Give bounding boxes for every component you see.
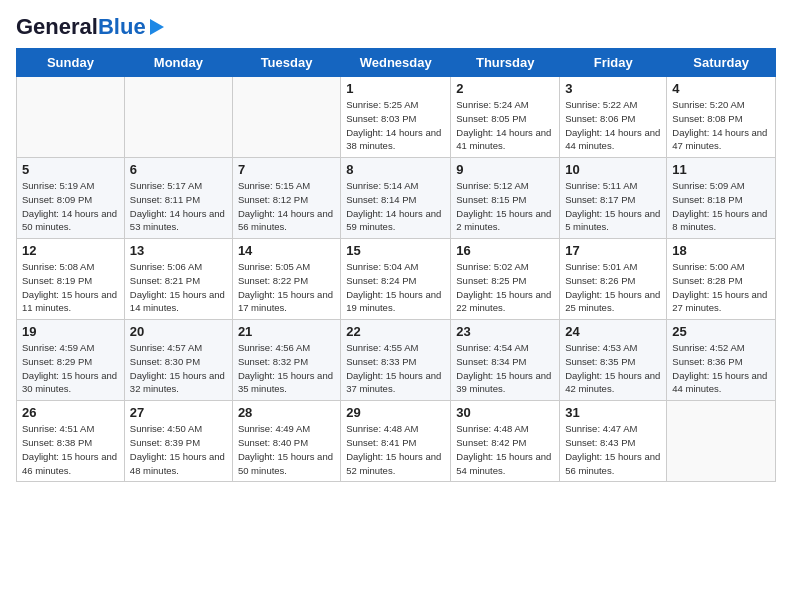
day-info: Sunrise: 5:20 AMSunset: 8:08 PMDaylight:… bbox=[672, 98, 770, 153]
calendar-cell: 16Sunrise: 5:02 AMSunset: 8:25 PMDayligh… bbox=[451, 239, 560, 320]
day-number: 3 bbox=[565, 81, 661, 96]
calendar-cell bbox=[667, 401, 776, 482]
day-info: Sunrise: 4:49 AMSunset: 8:40 PMDaylight:… bbox=[238, 422, 335, 477]
day-number: 23 bbox=[456, 324, 554, 339]
weekday-header-friday: Friday bbox=[560, 49, 667, 77]
day-number: 25 bbox=[672, 324, 770, 339]
day-number: 7 bbox=[238, 162, 335, 177]
day-info: Sunrise: 5:02 AMSunset: 8:25 PMDaylight:… bbox=[456, 260, 554, 315]
day-info: Sunrise: 4:50 AMSunset: 8:39 PMDaylight:… bbox=[130, 422, 227, 477]
day-number: 28 bbox=[238, 405, 335, 420]
day-info: Sunrise: 4:57 AMSunset: 8:30 PMDaylight:… bbox=[130, 341, 227, 396]
day-number: 19 bbox=[22, 324, 119, 339]
calendar-cell: 6Sunrise: 5:17 AMSunset: 8:11 PMDaylight… bbox=[124, 158, 232, 239]
day-number: 11 bbox=[672, 162, 770, 177]
day-number: 30 bbox=[456, 405, 554, 420]
day-info: Sunrise: 5:15 AMSunset: 8:12 PMDaylight:… bbox=[238, 179, 335, 234]
calendar-cell: 4Sunrise: 5:20 AMSunset: 8:08 PMDaylight… bbox=[667, 77, 776, 158]
day-info: Sunrise: 4:56 AMSunset: 8:32 PMDaylight:… bbox=[238, 341, 335, 396]
day-info: Sunrise: 4:47 AMSunset: 8:43 PMDaylight:… bbox=[565, 422, 661, 477]
calendar-cell: 28Sunrise: 4:49 AMSunset: 8:40 PMDayligh… bbox=[232, 401, 340, 482]
calendar-cell: 22Sunrise: 4:55 AMSunset: 8:33 PMDayligh… bbox=[341, 320, 451, 401]
day-number: 29 bbox=[346, 405, 445, 420]
day-info: Sunrise: 4:48 AMSunset: 8:42 PMDaylight:… bbox=[456, 422, 554, 477]
day-info: Sunrise: 4:59 AMSunset: 8:29 PMDaylight:… bbox=[22, 341, 119, 396]
calendar-cell: 10Sunrise: 5:11 AMSunset: 8:17 PMDayligh… bbox=[560, 158, 667, 239]
weekday-header-row: SundayMondayTuesdayWednesdayThursdayFrid… bbox=[17, 49, 776, 77]
day-number: 14 bbox=[238, 243, 335, 258]
day-number: 4 bbox=[672, 81, 770, 96]
day-number: 22 bbox=[346, 324, 445, 339]
calendar-cell: 31Sunrise: 4:47 AMSunset: 8:43 PMDayligh… bbox=[560, 401, 667, 482]
day-info: Sunrise: 4:52 AMSunset: 8:36 PMDaylight:… bbox=[672, 341, 770, 396]
logo-general: General bbox=[16, 14, 98, 39]
calendar-cell bbox=[232, 77, 340, 158]
weekday-header-tuesday: Tuesday bbox=[232, 49, 340, 77]
logo-arrow-icon bbox=[150, 19, 164, 35]
day-number: 15 bbox=[346, 243, 445, 258]
calendar-week-3: 12Sunrise: 5:08 AMSunset: 8:19 PMDayligh… bbox=[17, 239, 776, 320]
day-info: Sunrise: 5:17 AMSunset: 8:11 PMDaylight:… bbox=[130, 179, 227, 234]
calendar-week-5: 26Sunrise: 4:51 AMSunset: 8:38 PMDayligh… bbox=[17, 401, 776, 482]
day-info: Sunrise: 5:09 AMSunset: 8:18 PMDaylight:… bbox=[672, 179, 770, 234]
calendar-cell: 1Sunrise: 5:25 AMSunset: 8:03 PMDaylight… bbox=[341, 77, 451, 158]
calendar-cell: 14Sunrise: 5:05 AMSunset: 8:22 PMDayligh… bbox=[232, 239, 340, 320]
day-number: 20 bbox=[130, 324, 227, 339]
day-info: Sunrise: 5:05 AMSunset: 8:22 PMDaylight:… bbox=[238, 260, 335, 315]
calendar-cell: 29Sunrise: 4:48 AMSunset: 8:41 PMDayligh… bbox=[341, 401, 451, 482]
calendar-cell: 20Sunrise: 4:57 AMSunset: 8:30 PMDayligh… bbox=[124, 320, 232, 401]
calendar-cell: 8Sunrise: 5:14 AMSunset: 8:14 PMDaylight… bbox=[341, 158, 451, 239]
day-number: 1 bbox=[346, 81, 445, 96]
weekday-header-wednesday: Wednesday bbox=[341, 49, 451, 77]
calendar-cell: 24Sunrise: 4:53 AMSunset: 8:35 PMDayligh… bbox=[560, 320, 667, 401]
calendar-cell: 17Sunrise: 5:01 AMSunset: 8:26 PMDayligh… bbox=[560, 239, 667, 320]
day-info: Sunrise: 4:54 AMSunset: 8:34 PMDaylight:… bbox=[456, 341, 554, 396]
logo-text: GeneralBlue bbox=[16, 16, 146, 38]
day-number: 24 bbox=[565, 324, 661, 339]
day-info: Sunrise: 5:14 AMSunset: 8:14 PMDaylight:… bbox=[346, 179, 445, 234]
day-number: 17 bbox=[565, 243, 661, 258]
calendar-week-4: 19Sunrise: 4:59 AMSunset: 8:29 PMDayligh… bbox=[17, 320, 776, 401]
day-number: 9 bbox=[456, 162, 554, 177]
day-info: Sunrise: 5:01 AMSunset: 8:26 PMDaylight:… bbox=[565, 260, 661, 315]
calendar-cell: 3Sunrise: 5:22 AMSunset: 8:06 PMDaylight… bbox=[560, 77, 667, 158]
day-info: Sunrise: 5:24 AMSunset: 8:05 PMDaylight:… bbox=[456, 98, 554, 153]
day-number: 10 bbox=[565, 162, 661, 177]
day-number: 21 bbox=[238, 324, 335, 339]
calendar-cell: 2Sunrise: 5:24 AMSunset: 8:05 PMDaylight… bbox=[451, 77, 560, 158]
calendar-cell: 25Sunrise: 4:52 AMSunset: 8:36 PMDayligh… bbox=[667, 320, 776, 401]
day-info: Sunrise: 4:53 AMSunset: 8:35 PMDaylight:… bbox=[565, 341, 661, 396]
day-number: 18 bbox=[672, 243, 770, 258]
day-number: 8 bbox=[346, 162, 445, 177]
header: GeneralBlue bbox=[16, 16, 776, 38]
weekday-header-sunday: Sunday bbox=[17, 49, 125, 77]
logo: GeneralBlue bbox=[16, 16, 164, 38]
day-number: 31 bbox=[565, 405, 661, 420]
calendar-cell: 9Sunrise: 5:12 AMSunset: 8:15 PMDaylight… bbox=[451, 158, 560, 239]
calendar-cell: 19Sunrise: 4:59 AMSunset: 8:29 PMDayligh… bbox=[17, 320, 125, 401]
day-info: Sunrise: 5:00 AMSunset: 8:28 PMDaylight:… bbox=[672, 260, 770, 315]
calendar-cell: 11Sunrise: 5:09 AMSunset: 8:18 PMDayligh… bbox=[667, 158, 776, 239]
weekday-header-monday: Monday bbox=[124, 49, 232, 77]
calendar-cell: 30Sunrise: 4:48 AMSunset: 8:42 PMDayligh… bbox=[451, 401, 560, 482]
day-number: 27 bbox=[130, 405, 227, 420]
calendar-cell: 27Sunrise: 4:50 AMSunset: 8:39 PMDayligh… bbox=[124, 401, 232, 482]
calendar-cell: 5Sunrise: 5:19 AMSunset: 8:09 PMDaylight… bbox=[17, 158, 125, 239]
day-info: Sunrise: 4:48 AMSunset: 8:41 PMDaylight:… bbox=[346, 422, 445, 477]
calendar-page: GeneralBlue SundayMondayTuesdayWednesday… bbox=[0, 0, 792, 612]
day-info: Sunrise: 4:51 AMSunset: 8:38 PMDaylight:… bbox=[22, 422, 119, 477]
day-info: Sunrise: 4:55 AMSunset: 8:33 PMDaylight:… bbox=[346, 341, 445, 396]
day-info: Sunrise: 5:19 AMSunset: 8:09 PMDaylight:… bbox=[22, 179, 119, 234]
day-info: Sunrise: 5:12 AMSunset: 8:15 PMDaylight:… bbox=[456, 179, 554, 234]
calendar-cell: 26Sunrise: 4:51 AMSunset: 8:38 PMDayligh… bbox=[17, 401, 125, 482]
calendar-cell bbox=[124, 77, 232, 158]
day-number: 16 bbox=[456, 243, 554, 258]
weekday-header-saturday: Saturday bbox=[667, 49, 776, 77]
day-number: 13 bbox=[130, 243, 227, 258]
day-info: Sunrise: 5:25 AMSunset: 8:03 PMDaylight:… bbox=[346, 98, 445, 153]
day-number: 5 bbox=[22, 162, 119, 177]
day-number: 6 bbox=[130, 162, 227, 177]
day-info: Sunrise: 5:11 AMSunset: 8:17 PMDaylight:… bbox=[565, 179, 661, 234]
day-number: 12 bbox=[22, 243, 119, 258]
calendar-cell: 13Sunrise: 5:06 AMSunset: 8:21 PMDayligh… bbox=[124, 239, 232, 320]
